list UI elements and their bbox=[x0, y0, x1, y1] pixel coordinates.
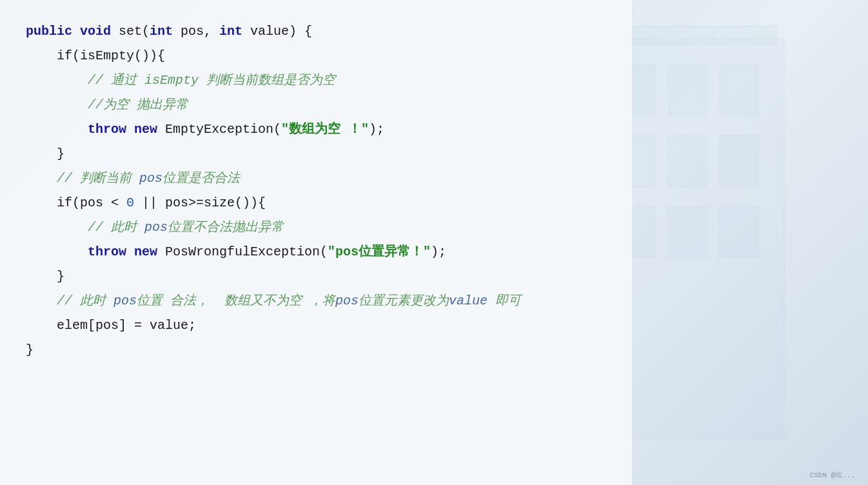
code-line-1: public void set(int pos, int value) { bbox=[26, 19, 606, 44]
comment-valid-pos: // 此时 bbox=[26, 289, 113, 313]
code-elem-assign: elem[pos] = value; bbox=[26, 313, 196, 338]
keyword-new2: new bbox=[134, 240, 165, 264]
keyword-public: public bbox=[26, 19, 80, 44]
keyword-int2: int bbox=[219, 19, 250, 44]
semicolon1: ); bbox=[369, 117, 384, 142]
comment-value1: value bbox=[449, 289, 488, 313]
keyword-throw2: throw bbox=[88, 240, 134, 264]
comment-pos-illegal2: 位置不合法抛出异常 bbox=[168, 215, 284, 240]
comment-valid-pos4: 即可 bbox=[488, 289, 521, 313]
comment-pos1: pos bbox=[139, 166, 163, 191]
comment-isempty: // 通过 isEmpty 判断当前数组是否为空 bbox=[26, 68, 335, 93]
svg-rect-3 bbox=[720, 64, 758, 116]
comment-pos2: pos bbox=[144, 215, 168, 240]
code-pos-condition: || pos>=size()){ bbox=[134, 191, 266, 215]
code-line-8: if(pos < 0 || pos>=size()){ bbox=[26, 191, 606, 215]
comment-valid-pos3: 位置元素更改为 bbox=[359, 289, 449, 313]
svg-rect-6 bbox=[720, 135, 758, 187]
exception-pos: PosWrongfulException( bbox=[165, 240, 328, 264]
code-line-14: } bbox=[26, 338, 606, 362]
code-line-12: // 此时 pos位置 合法， 数组又不为空 ，将pos位置元素更改为value… bbox=[26, 289, 606, 313]
code-line-4: //为空 抛出异常 bbox=[26, 93, 606, 117]
comment-valid-pos2: 位置 合法， 数组又不为空 ，将 bbox=[137, 289, 335, 313]
code-if-pos: if(pos < bbox=[26, 191, 126, 215]
keyword-int1: int bbox=[150, 19, 181, 44]
method-signature: set( bbox=[119, 19, 150, 44]
string-pos-msg: "pos位置异常！" bbox=[328, 240, 431, 264]
number-zero: 0 bbox=[126, 191, 134, 215]
svg-rect-2 bbox=[668, 64, 707, 116]
comment-pos4: pos bbox=[335, 289, 359, 313]
code-line-5: throw new EmptyException("数组为空 ！"); bbox=[26, 117, 606, 142]
param-value: value) { bbox=[250, 19, 312, 44]
code-line-9: // 此时 pos位置不合法抛出异常 bbox=[26, 215, 606, 240]
indent-10 bbox=[26, 240, 88, 264]
close-brace-1: } bbox=[26, 142, 64, 166]
code-line-7: // 判断当前 pos位置是否合法 bbox=[26, 166, 606, 191]
code-line-3: // 通过 isEmpty 判断当前数组是否为空 bbox=[26, 68, 606, 93]
comment-pos-valid: 位置是否合法 bbox=[163, 166, 240, 191]
comment-pos3: pos bbox=[113, 289, 137, 313]
comment-throw-empty: //为空 抛出异常 bbox=[26, 93, 188, 117]
watermark: CSDN @坑... bbox=[810, 470, 855, 480]
param-pos: pos, bbox=[181, 19, 219, 44]
code-line-2: if(isEmpty()){ bbox=[26, 44, 606, 68]
close-brace-outer: } bbox=[26, 338, 34, 362]
comment-pos-check: // 判断当前 bbox=[26, 166, 139, 191]
keyword-throw1: throw bbox=[88, 117, 134, 142]
exception-empty: EmptyException( bbox=[165, 117, 281, 142]
svg-rect-5 bbox=[668, 135, 707, 187]
string-empty-msg: "数组为空 ！" bbox=[281, 117, 369, 142]
svg-rect-8 bbox=[668, 206, 707, 258]
code-line-13: elem[pos] = value; bbox=[26, 313, 606, 338]
comment-pos-illegal: // 此时 bbox=[26, 215, 144, 240]
code-if-isempty: if(isEmpty()){ bbox=[26, 44, 165, 68]
code-line-10: throw new PosWrongfulException("pos位置异常！… bbox=[26, 240, 606, 264]
code-line-6: } bbox=[26, 142, 606, 166]
indent-5 bbox=[26, 117, 88, 142]
close-brace-2: } bbox=[26, 264, 64, 289]
keyword-new1: new bbox=[134, 117, 165, 142]
svg-rect-9 bbox=[720, 206, 758, 258]
code-panel: public void set(int pos, int value) { if… bbox=[0, 0, 632, 485]
semicolon2: ); bbox=[431, 240, 446, 264]
keyword-void: void bbox=[80, 19, 119, 44]
code-line-11: } bbox=[26, 264, 606, 289]
